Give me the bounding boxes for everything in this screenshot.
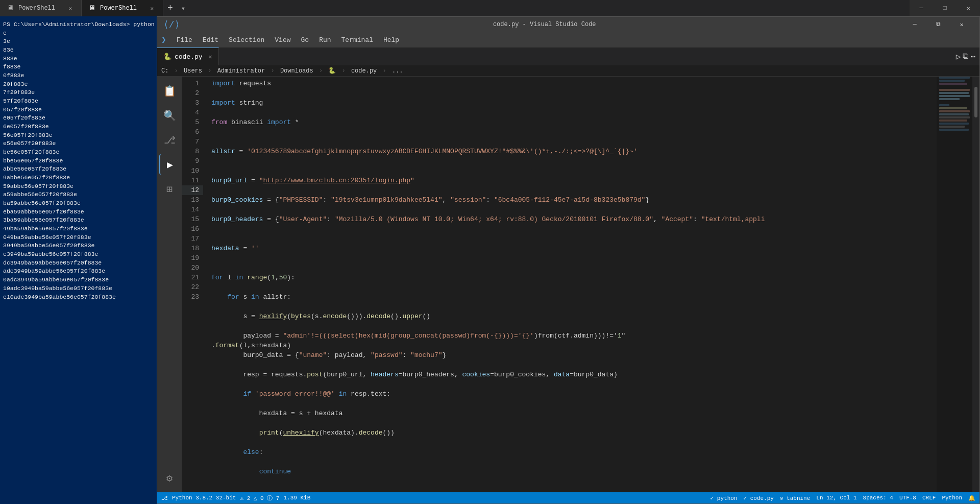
menu-run[interactable]: Run [315, 34, 335, 46]
tab-icon-1: 🖥 [7, 4, 14, 12]
scrollbar[interactable] [972, 77, 979, 492]
ps-output-19: a59abbe56e057f20f883e [3, 190, 154, 199]
editor-tab-code-py[interactable]: 🐍 code.py ✕ [157, 47, 219, 65]
python-file-icon: 🐍 [163, 53, 172, 61]
code-editor[interactable]: 12345 678910 1112131415 1617181920 21222… [182, 77, 979, 492]
svg-rect-4 [939, 92, 969, 94]
ps-output-22: 3ba59abbe56e057f20f883e [3, 216, 154, 225]
ps-output-4: f883e [3, 63, 154, 71]
menu-selection[interactable]: Selection [225, 34, 268, 46]
svg-rect-0 [939, 77, 970, 79]
ps-output-25: 3949ba59abbe56e057f20f883e [3, 242, 154, 250]
minimize-button[interactable]: ─ [910, 0, 933, 16]
tab-label-1: PowerShell [18, 5, 55, 12]
status-filesize[interactable]: 1.39 KiB [283, 495, 310, 501]
code-line-8: burp0_cookies = {"PHPSESSID": "l9tsv3e1u… [211, 195, 933, 205]
new-tab-button[interactable]: + [163, 0, 177, 16]
code-line-22: else: [211, 447, 933, 457]
code-line-9: burp0_headers = {"User-Agent": "Mozilla/… [211, 214, 933, 224]
status-spaces[interactable]: Spaces: 4 [863, 495, 893, 501]
scroll-thumb[interactable] [974, 87, 977, 117]
code-content-area[interactable]: import requests import string from binas… [207, 77, 937, 492]
svg-rect-3 [939, 89, 970, 91]
maximize-button[interactable]: □ [933, 0, 957, 16]
menu-edit[interactable]: Edit [199, 34, 223, 46]
activity-settings[interactable]: ⚙ [159, 468, 180, 488]
svg-rect-6 [939, 98, 960, 100]
ps-output-14: be56e057f20f883e [3, 148, 154, 157]
win-controls: ─ □ ✕ [910, 0, 980, 16]
status-language[interactable]: Python [942, 495, 962, 501]
tab-close-2[interactable]: ✕ [148, 4, 156, 13]
tab-dropdown[interactable]: ▾ [177, 0, 189, 16]
menu-view[interactable]: View [271, 34, 295, 46]
code-line-13: for l in range(1,50): [211, 273, 933, 282]
ps-output-3: 883e [3, 55, 154, 63]
status-python-version[interactable]: Python 3.8.2 32-bit [172, 495, 236, 501]
breadcrumb: C: › Users › Administrator › Downloads ›… [157, 65, 979, 77]
split-editor-icon[interactable]: ⧉ [963, 52, 968, 61]
ps-output-2: 83e [3, 46, 154, 55]
activity-run[interactable]: ▶ [159, 154, 180, 175]
ps-output-28: adc3949ba59abbe56e057f20f883e [3, 267, 154, 276]
ps-output-11: 6e057f20f883e [3, 123, 154, 131]
menu-file[interactable]: File [173, 34, 197, 46]
vscode-minimize-button[interactable]: ─ [903, 17, 926, 32]
status-notifications-icon[interactable]: 🔔 [968, 495, 975, 501]
ps-output-27: dc3949ba59abbe56e057f20f883e [3, 259, 154, 268]
ps-output-6: 20f883e [3, 80, 154, 89]
status-bar: ⎇ Python 3.8.2 32-bit ⚠ 2 △ 0 ⓘ 7 1.39 K… [157, 492, 979, 503]
code-line-7: burp0_url = "http://www.bmzclub.cn:20351… [211, 176, 933, 185]
main-area: PS C:\Users\Administrator\Downloads> pyt… [0, 16, 980, 504]
menu-bar: ❯ File Edit Selection View Go Run Termin… [157, 32, 979, 47]
powershell-pane[interactable]: PS C:\Users\Administrator\Downloads> pyt… [0, 16, 157, 504]
activity-git[interactable]: ⎇ [159, 130, 180, 150]
editor-tab-label: code.py [175, 53, 203, 61]
activity-bar: 📋 🔍 ⎇ ▶ ⊞ ⚙ [157, 77, 182, 492]
editor-tab-close-button[interactable]: ✕ [209, 53, 212, 61]
svg-rect-10 [939, 113, 969, 115]
status-encoding[interactable]: UTF-8 [899, 495, 916, 501]
tab-label-2: PowerShell [100, 5, 137, 12]
status-left-section: ⎇ Python 3.8.2 32-bit ⚠ 2 △ 0 ⓘ 7 1.39 K… [161, 494, 310, 502]
run-icon[interactable]: ▷ [956, 52, 961, 62]
ps-output-8: 57f20f883e [3, 97, 154, 106]
code-line-16: payload = "admin'!=(((select(hex(mid(gro… [211, 331, 933, 341]
activity-explorer[interactable]: 📋 [159, 81, 180, 101]
editor-body: 📋 🔍 ⎇ ▶ ⊞ ⚙ 12345 678910 1112131415 1617… [157, 77, 979, 492]
vscode-brand-icon: ❯ [161, 35, 166, 45]
svg-rect-9 [939, 110, 970, 112]
activity-search[interactable]: 🔍 [159, 105, 180, 126]
ps-output-15: bbe56e057f20f883e [3, 157, 154, 165]
taskbar-tab-1[interactable]: 🖥 PowerShell ✕ [0, 0, 82, 16]
code-line-19: if 'password error!!@@' in resp.text: [211, 389, 933, 399]
tab-close-1[interactable]: ✕ [66, 4, 74, 13]
menu-go[interactable]: Go [297, 34, 313, 46]
svg-rect-11 [939, 116, 970, 118]
ps-output-17: 9abbe56e057f20f883e [3, 174, 154, 182]
ps-output-26: c3949ba59abbe56e057f20f883e [3, 250, 154, 259]
menu-terminal[interactable]: Terminal [337, 34, 377, 46]
more-actions-icon[interactable]: ⋯ [970, 52, 975, 62]
status-cursor-position[interactable]: Ln 12, Col 1 [816, 495, 856, 501]
ps-output-24: 049ba59abbe56e057f20f883e [3, 233, 154, 242]
vscode-maximize-button[interactable]: ⧉ [926, 17, 950, 32]
tab-icon-2: 🖥 [89, 4, 96, 12]
status-tabnine[interactable]: ⊙ tabnine [780, 495, 810, 501]
editor-run-controls: ▷ ⧉ ⋯ [952, 47, 979, 65]
vscode-close-button[interactable]: ✕ [950, 17, 973, 32]
code-line-1: import requests [211, 79, 933, 88]
close-button[interactable]: ✕ [957, 0, 980, 16]
status-codefile-check[interactable]: ✓ code.py [743, 495, 773, 501]
title-bar: 🖥 PowerShell ✕ 🖥 PowerShell ✕ + ▾ ─ □ ✕ [0, 0, 980, 16]
status-python-check[interactable]: ✓ python [710, 495, 738, 501]
taskbar-tab-2[interactable]: 🖥 PowerShell ✕ [82, 0, 163, 16]
vscode-title-bar: ⟨/⟩ code.py - Visual Studio Code ─ ⧉ ✕ [157, 17, 979, 32]
status-branch[interactable]: ⎇ [161, 495, 168, 501]
ps-output-16: abbe56e057f20f883e [3, 165, 154, 174]
status-eol[interactable]: CRLF [922, 495, 936, 501]
status-errors[interactable]: ⚠ 2 △ 0 ⓘ 7 [240, 494, 279, 502]
ps-output-23: 49ba59abbe56e057f20f883e [3, 225, 154, 233]
activity-extensions[interactable]: ⊞ [159, 179, 180, 199]
menu-help[interactable]: Help [379, 34, 403, 46]
